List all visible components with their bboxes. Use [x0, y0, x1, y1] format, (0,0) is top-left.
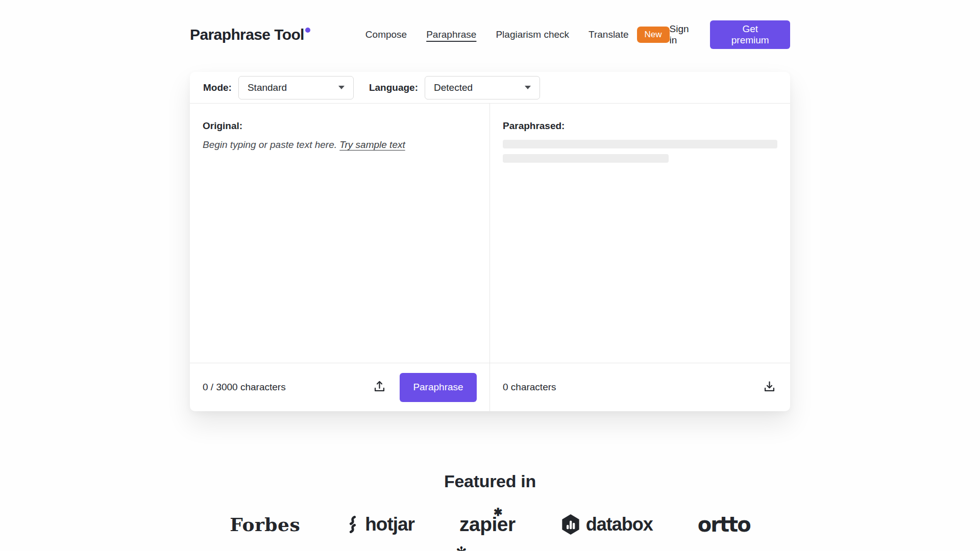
nav-item-label: Plagiarism check — [496, 29, 569, 40]
chevron-down-icon — [525, 86, 531, 89]
sign-in-link[interactable]: Sign in — [670, 23, 694, 46]
new-badge: New — [637, 27, 670, 43]
mode-select[interactable]: Standard — [238, 76, 354, 99]
get-premium-button[interactable]: Get premium — [710, 20, 790, 49]
nav-item-label: Paraphrase — [426, 29, 476, 40]
mode-select-value: Standard — [248, 82, 287, 93]
placeholder-text: Begin typing or paste text here. — [203, 139, 337, 150]
hotjar-wordmark: hotjar — [365, 514, 414, 535]
paraphrase-card: Mode: Standard Language: Detected Origin… — [190, 72, 790, 411]
hotjar-logo: hotjar — [345, 514, 414, 535]
paraphrased-char-count: 0 characters — [503, 382, 556, 393]
featured-logos-row: Forbes hotjar zapier ✱ databox ortto — [190, 513, 790, 536]
app-logo[interactable]: Paraphrase Tool — [190, 26, 310, 43]
main-nav: Compose Paraphrase Plagiarism check Tran… — [365, 27, 670, 43]
controls-row: Mode: Standard Language: Detected — [190, 72, 790, 104]
nav-item-label: Translate — [589, 29, 629, 40]
upload-button[interactable] — [373, 380, 386, 395]
zapier-logo: zapier ✱ — [459, 513, 516, 536]
hotjar-flame-icon — [345, 516, 360, 533]
nav-item-plagiarism-check[interactable]: Plagiarism check — [496, 29, 569, 40]
chevron-down-icon — [338, 86, 345, 89]
original-text-area[interactable]: Original: Begin typing or paste text her… — [190, 104, 490, 363]
try-sample-text-link[interactable]: Try sample text — [339, 139, 405, 150]
zapier-wordmark: zapier — [459, 513, 516, 536]
databox-wordmark: databox — [586, 514, 653, 535]
upload-icon — [373, 380, 386, 395]
partial-logo-below-fold: ✻ — [456, 545, 467, 551]
paraphrased-footer: 0 characters — [490, 363, 790, 411]
forbes-logo: Forbes — [230, 514, 300, 535]
paraphrase-button[interactable]: Paraphrase — [400, 373, 477, 402]
app-logo-text: Paraphrase Tool — [190, 26, 304, 43]
download-icon — [763, 380, 776, 395]
header: Paraphrase Tool Compose Paraphrase Plagi… — [190, 20, 790, 49]
language-select[interactable]: Detected — [425, 76, 540, 99]
paraphrased-panel-title: Paraphrased: — [503, 120, 777, 132]
original-footer: 0 / 3000 characters Paraphrase — [190, 363, 490, 411]
nav-item-paraphrase[interactable]: Paraphrase — [426, 29, 476, 40]
nav-item-compose[interactable]: Compose — [365, 29, 407, 40]
databox-logo: databox — [560, 513, 653, 536]
featured-in-title: Featured in — [190, 471, 790, 491]
paraphrased-output-area: Paraphrased: — [490, 104, 790, 363]
logo-dot-icon — [305, 28, 310, 33]
ortto-logo: ortto — [698, 513, 750, 536]
databox-hexagon-icon — [560, 513, 581, 536]
zapier-asterisk-icon: ✱ — [494, 506, 502, 518]
editor-placeholder[interactable]: Begin typing or paste text here. Try sam… — [203, 139, 477, 151]
language-label: Language: — [369, 82, 418, 93]
original-panel-title: Original: — [203, 120, 477, 132]
nav-item-label: Compose — [365, 29, 407, 40]
download-button[interactable] — [763, 380, 776, 395]
original-char-count: 0 / 3000 characters — [203, 382, 286, 393]
language-select-value: Detected — [434, 82, 473, 93]
mode-label: Mode: — [203, 82, 232, 93]
nav-item-translate[interactable]: Translate New — [589, 27, 670, 43]
skeleton-bar — [503, 154, 669, 163]
skeleton-bar — [503, 140, 777, 148]
